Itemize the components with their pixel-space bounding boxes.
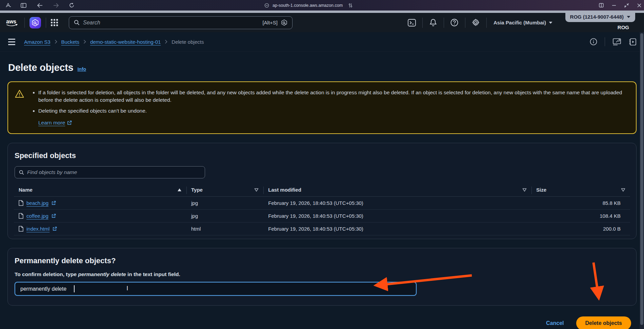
aws-navbar: aws Search [Alt+S] [0,13,644,32]
objects-table: Name Type Last modified Size [14,184,630,235]
url-text: ap-south-1.console.aws.amazon.com [273,3,343,8]
warning-bullet: If a folder is selected for deletion, al… [38,89,627,104]
amazon-q-icon[interactable] [29,17,41,28]
restore-icon[interactable] [624,3,629,8]
specified-objects-heading: Specified objects [15,151,630,160]
browser-chrome: ap-south-1.console.aws.amazon.com [0,0,644,11]
notifications-bell-icon[interactable] [423,13,444,32]
menu-icon[interactable] [8,39,15,45]
learn-more-label: Learn more [38,120,65,126]
breadcrumb-link-bucket-name[interactable]: demo-static-website-hosting-01 [90,39,161,45]
apps-grid-icon[interactable] [51,19,58,26]
warning-bullet: Deleting the specified objects can't be … [38,107,627,115]
column-header-name: Name [19,187,33,193]
address-bar[interactable]: ap-south-1.console.aws.amazon.com [264,0,353,11]
browser-bottom-strip [0,11,644,13]
object-modified: February 19, 2026, 18:40:53 (UTC+05:30) [263,222,531,235]
workspace-tools-icon[interactable] [612,38,621,46]
divider [605,37,605,46]
chevron-down-icon [627,16,630,18]
warning-banner: If a folder is selected for deletion, al… [7,81,637,134]
object-type: html [186,222,263,235]
text-caret [74,285,75,292]
learn-more-link[interactable]: Learn more [38,120,72,126]
back-icon[interactable] [35,2,45,9]
filter-icon[interactable] [621,188,625,192]
console-search-input[interactable]: Search [Alt+S] [69,16,293,29]
reload-icon[interactable] [66,2,77,9]
search-icon [19,170,24,175]
region-selector[interactable]: Asia Pacific (Mumbai) [487,20,559,25]
external-link-icon [52,201,56,205]
help-icon[interactable] [444,13,465,32]
object-modified: February 19, 2026, 18:40:53 (UTC+05:30) [263,197,531,210]
sort-ascending-icon[interactable] [177,188,182,192]
forward-icon[interactable] [51,2,61,9]
breadcrumb-current: Delete objects [172,39,204,45]
column-header-modified: Last modified [268,187,301,193]
object-link[interactable]: coffee.jpg [26,213,48,219]
minimize-icon[interactable] [612,3,616,7]
search-shortcut: [Alt+S] [262,20,278,25]
object-size: 108.4 KB [531,210,630,222]
find-objects-input[interactable] [27,169,201,175]
account-dropdown-label: ROG (1214-9007-6448) [570,14,624,20]
browser-logo-icon [3,2,14,9]
object-type: jpg [186,210,263,222]
object-size: 200.0 B [531,222,630,235]
account-name-label: ROG [618,24,629,30]
object-size: 85.8 KB [531,197,630,210]
object-link[interactable]: beach.jpg [26,200,48,206]
breadcrumb-separator-icon [165,40,167,44]
info-link[interactable]: Info [77,66,86,72]
tune-icon[interactable] [348,3,353,8]
object-modified: February 19, 2026, 18:40:53 (UTC+05:30) [263,210,531,222]
account-dropdown[interactable]: ROG (1214-9007-6448) [565,12,635,22]
confirm-delete-input[interactable] [15,282,417,296]
cloudshell-icon[interactable] [401,13,422,32]
split-view-icon[interactable] [599,3,604,7]
settings-gear-icon[interactable] [465,13,486,32]
q-hexagon-icon [281,19,287,26]
search-icon [74,20,80,25]
cancel-button[interactable]: Cancel [546,320,564,326]
warning-triangle-icon [15,90,24,98]
region-label: Asia Pacific (Mumbai) [494,20,546,25]
search-placeholder: Search [83,20,259,26]
delete-objects-button[interactable]: Delete objects [576,316,631,329]
chevron-down-icon [549,21,552,24]
column-header-type: Type [191,187,203,193]
svg-text:aws: aws [6,19,16,24]
breadcrumb-link-buckets[interactable]: Buckets [61,39,79,45]
sidebar-toggle-icon[interactable] [18,2,28,9]
file-icon [19,226,23,232]
scrollbar[interactable] [640,32,644,329]
filter-icon[interactable] [254,188,259,192]
file-icon [19,213,23,219]
filter-icon[interactable] [522,188,527,192]
page-title: Delete objects [8,62,73,73]
specified-objects-panel: Specified objects Name Type [7,143,637,239]
object-type: jpg [186,197,263,210]
scrollbar-thumb[interactable] [640,33,643,325]
file-icon [19,200,23,206]
breadcrumb-separator-icon [55,40,57,44]
external-link-icon [53,227,57,231]
breadcrumb-link-amazon-s3[interactable]: Amazon S3 [24,39,51,45]
divider [46,18,46,28]
breadcrumb: Amazon S3 Buckets demo-static-website-ho… [0,32,644,52]
confirm-delete-panel: Permanently delete objects? To confirm d… [7,248,637,306]
mouse-ibeam-cursor: I [126,285,128,292]
table-row: index.html html February 19, 2026, 18:40… [14,222,630,235]
table-row: beach.jpg jpg February 19, 2026, 18:40:5… [14,197,630,210]
info-icon[interactable] [590,38,597,45]
aws-logo[interactable]: aws [5,18,20,28]
breadcrumb-separator-icon [83,40,86,44]
column-header-size: Size [536,187,546,193]
table-row: coffee.jpg jpg February 19, 2026, 18:40:… [14,210,630,222]
find-objects-search[interactable] [15,166,205,178]
close-icon[interactable] [637,3,641,7]
resource-notebook-icon[interactable] [629,38,637,46]
object-link[interactable]: index.html [26,226,49,232]
confirm-heading: Permanently delete objects? [15,256,630,265]
